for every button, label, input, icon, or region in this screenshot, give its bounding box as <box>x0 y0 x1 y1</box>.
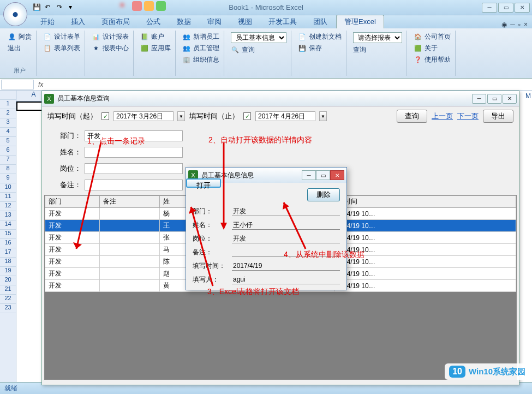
cells-area[interactable]: A M X 员工基本信息查询 ─ ▭ ✕ 填写时间（起） ✓ <box>16 91 532 382</box>
office-button[interactable]: ⬤ <box>3 2 27 26</box>
start-date-check[interactable]: ✓ <box>101 112 109 120</box>
name-box[interactable] <box>1 80 34 89</box>
form-icon: 📄 <box>43 33 52 41</box>
ribbon-tabs: 开始 插入 页面布局 公式 数据 审阅 视图 开发工具 团队 管理Excel ◉… <box>0 15 532 28</box>
start-date-input[interactable] <box>113 111 174 121</box>
form-list-item[interactable]: 📋表单列表 <box>42 43 81 53</box>
col-note[interactable]: 备注 <box>100 196 160 208</box>
note-label: 备注： <box>52 180 85 190</box>
redo-icon[interactable]: ↷ <box>57 3 65 12</box>
mdi-restore-icon[interactable]: ▫ <box>518 21 521 28</box>
homepage-item[interactable]: 🏠公司首页 <box>413 32 452 42</box>
quick-access-toolbar: 💾 ↶ ↷ ▾ <box>33 3 77 12</box>
next-page-link[interactable]: 下一页 <box>457 111 479 121</box>
export-button[interactable]: 导出 <box>483 110 513 123</box>
mdi-min-icon[interactable]: ─ <box>510 21 515 28</box>
save-icon2: 💾 <box>298 44 307 53</box>
col-time[interactable]: 建时间 <box>334 196 516 208</box>
tab-data[interactable]: 数据 <box>169 15 199 28</box>
tab-view[interactable]: 视图 <box>230 15 260 28</box>
delete-button[interactable]: 删除 <box>307 188 340 201</box>
open-button[interactable]: 打开 <box>186 178 221 188</box>
tab-layout[interactable]: 页面布局 <box>94 15 138 28</box>
name-input[interactable] <box>85 147 183 158</box>
report-select[interactable]: 请选择报表 <box>353 32 402 43</box>
help-icon2: ❓ <box>414 56 422 64</box>
tab-manage-excel[interactable]: 管理Excel <box>336 15 384 28</box>
help-icon[interactable]: ◉ <box>501 21 507 28</box>
query-window-title: 员工基本信息查询 <box>57 94 110 103</box>
detail-time[interactable] <box>232 261 340 271</box>
ribbon: 👤阿贵 退出 用户 📄设计表单 📋表单列表 📊设计报表 ★报表中心 📗账户 🟩应… <box>0 28 532 79</box>
detail-close-button[interactable]: ✕ <box>330 170 344 180</box>
dept-input[interactable] <box>85 130 183 141</box>
status-text: 就绪 <box>4 384 17 393</box>
detail-max-button[interactable]: ▭ <box>316 170 330 180</box>
col-dept[interactable]: 部门 <box>45 196 100 208</box>
note-input[interactable] <box>85 180 183 190</box>
end-date-input[interactable] <box>255 111 315 121</box>
watermark-logo: 10 Win10系统家园 <box>445 363 530 380</box>
form-select[interactable]: 员工基本信息 <box>231 32 286 43</box>
close-button[interactable]: ✕ <box>515 3 530 13</box>
fx-icon[interactable]: fx <box>35 81 46 88</box>
tab-review[interactable]: 审阅 <box>200 15 229 28</box>
qat-dropdown-icon[interactable]: ▾ <box>69 3 77 12</box>
new-doc-item[interactable]: 📄创建新文档 <box>297 32 343 42</box>
info-icon: 🟩 <box>414 44 422 53</box>
about-item[interactable]: 🟩关于 <box>413 43 452 53</box>
user-name-item[interactable]: 👤阿贵 <box>7 32 33 42</box>
employee-mgmt-item[interactable]: 👥员工管理 <box>181 43 220 53</box>
list-icon: 📋 <box>43 44 52 53</box>
row-headers: 1234567891011121314151617181920212223 <box>0 91 16 382</box>
detail-note[interactable] <box>232 248 340 257</box>
dept-label: 部门： <box>52 131 85 141</box>
report-center-item[interactable]: ★报表中心 <box>91 43 130 53</box>
tab-insert[interactable]: 插入 <box>63 15 93 28</box>
detail-user[interactable] <box>232 275 340 284</box>
query-button[interactable]: 查询 <box>397 110 427 123</box>
save-icon[interactable]: 💾 <box>33 3 41 12</box>
add-employee-item[interactable]: 👥新增员工 <box>181 32 220 42</box>
tab-team[interactable]: 团队 <box>306 15 335 28</box>
detail-min-button[interactable]: ─ <box>302 170 316 180</box>
detail-name[interactable] <box>232 220 340 230</box>
report-query-item[interactable]: 查询 <box>352 45 403 55</box>
account-item[interactable]: 📗账户 <box>139 32 172 42</box>
app-lib-item[interactable]: 🟩应用库 <box>139 43 172 53</box>
end-date-check[interactable]: ✓ <box>243 112 251 120</box>
post-label: 岗位： <box>52 164 85 174</box>
end-date-dropdown[interactable]: ▼ <box>319 111 327 121</box>
mdi-close-icon[interactable]: × <box>524 21 528 28</box>
post-input[interactable] <box>85 163 183 174</box>
detail-dept[interactable] <box>232 207 340 216</box>
qwin-close-button[interactable]: ✕ <box>503 94 517 104</box>
undo-icon[interactable]: ↶ <box>45 3 53 12</box>
org-icon: 🏢 <box>182 56 191 64</box>
users-icon: 👥 <box>182 44 191 53</box>
minimize-button[interactable]: ─ <box>482 3 497 13</box>
design-report-item[interactable]: 📊设计报表 <box>91 32 130 42</box>
end-date-label: 填写时间（止） <box>189 111 239 121</box>
query-item[interactable]: 🔍查询 <box>230 45 288 55</box>
group-user-label: 用户 <box>7 65 33 75</box>
restore-button[interactable]: ▭ <box>498 3 513 13</box>
workarea: fx 1234567891011121314151617181920212223… <box>0 79 532 382</box>
design-form-item[interactable]: 📄设计表单 <box>42 32 81 42</box>
tab-dev[interactable]: 开发工具 <box>261 15 304 28</box>
tab-home[interactable]: 开始 <box>33 15 62 28</box>
logout-item[interactable]: 退出 <box>7 43 33 53</box>
watermark-blur: ■ <box>120 1 166 11</box>
save-item[interactable]: 💾保存 <box>297 43 343 53</box>
search-icon: 🔍 <box>231 46 240 55</box>
qwin-min-button[interactable]: ─ <box>472 94 486 104</box>
qwin-max-button[interactable]: ▭ <box>487 94 501 104</box>
org-info-item[interactable]: 🏢组织信息 <box>181 55 220 65</box>
start-date-dropdown[interactable]: ▼ <box>177 111 185 121</box>
tab-formula[interactable]: 公式 <box>139 15 168 28</box>
detail-post[interactable] <box>232 234 340 243</box>
apps-icon: 🟩 <box>140 44 149 53</box>
prev-page-link[interactable]: 上一页 <box>432 111 453 121</box>
detail-dialog: X 员工基本信息信息 ─ ▭ ✕ 打开 删除 <box>186 167 347 290</box>
help-item[interactable]: ❓使用帮助 <box>413 55 452 65</box>
